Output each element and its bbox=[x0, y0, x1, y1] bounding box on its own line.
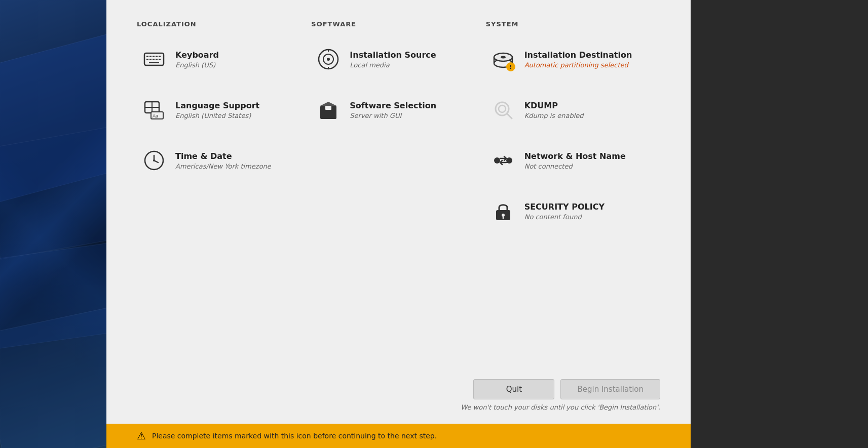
language-support-subtitle: English (United States) bbox=[175, 112, 259, 119]
localization-title: LOCALIZATION bbox=[137, 20, 296, 28]
quit-button[interactable]: Quit bbox=[473, 379, 554, 399]
keyboard-item[interactable]: Keyboard English (US) bbox=[137, 42, 296, 76]
right-panel bbox=[691, 0, 868, 448]
language-support-item[interactable]: Aa Language Support English (United Stat… bbox=[137, 93, 296, 127]
keyboard-subtitle: English (US) bbox=[175, 61, 219, 69]
time-date-subtitle: Americas/New York timezone bbox=[175, 162, 271, 170]
svg-point-37 bbox=[499, 105, 506, 112]
clock-icon bbox=[141, 147, 167, 174]
network-hostname-subtitle: Not connected bbox=[524, 162, 626, 170]
installation-source-title: Installation Source bbox=[350, 50, 436, 60]
kdump-subtitle: Kdump is enabled bbox=[524, 112, 584, 119]
warning-bar-text: Please complete items marked with this i… bbox=[152, 432, 437, 440]
software-section: SOFTWARE Installation Source bbox=[311, 20, 485, 245]
network-hostname-item[interactable]: Network & Host Name Not connected bbox=[486, 143, 645, 178]
svg-rect-1 bbox=[146, 56, 148, 57]
installation-source-item[interactable]: Installation Source Local media bbox=[311, 42, 470, 76]
svg-rect-8 bbox=[153, 59, 155, 60]
svg-point-33 bbox=[501, 56, 506, 59]
software-selection-subtitle: Server with GUI bbox=[350, 112, 436, 119]
security-policy-item[interactable]: SECURITY POLICY No content found bbox=[486, 194, 645, 228]
keyboard-icon bbox=[141, 46, 167, 72]
svg-line-36 bbox=[507, 113, 512, 118]
language-icon: Aa bbox=[141, 97, 167, 123]
system-section: SYSTEM ! bbox=[486, 20, 660, 245]
main-content: LOCALIZATION bbox=[106, 0, 691, 448]
system-title: SYSTEM bbox=[486, 20, 645, 28]
lock-icon bbox=[490, 198, 516, 224]
svg-rect-4 bbox=[156, 56, 158, 57]
localization-section: LOCALIZATION bbox=[137, 20, 311, 245]
svg-rect-6 bbox=[146, 59, 148, 60]
network-icon bbox=[490, 147, 516, 174]
warning-badge-icon: ! bbox=[506, 62, 515, 71]
installation-destination-subtitle: Automatic partitioning selected bbox=[524, 61, 632, 69]
warning-bar: ⚠ Please complete items marked with this… bbox=[106, 424, 691, 448]
package-icon bbox=[315, 97, 342, 123]
security-policy-subtitle: No content found bbox=[524, 213, 605, 221]
kdump-icon bbox=[490, 97, 516, 123]
disk-icon: ! bbox=[490, 46, 516, 72]
svg-rect-3 bbox=[153, 56, 155, 57]
network-hostname-title: Network & Host Name bbox=[524, 151, 626, 161]
warning-bar-icon: ⚠ bbox=[137, 430, 146, 442]
sidebar bbox=[0, 0, 106, 448]
installation-destination-item[interactable]: ! Installation Destination Automatic par… bbox=[486, 42, 645, 76]
disc-icon bbox=[315, 46, 342, 72]
software-selection-item[interactable]: Software Selection Server with GUI bbox=[311, 93, 470, 127]
kdump-item[interactable]: KDUMP Kdump is enabled bbox=[486, 93, 645, 127]
svg-rect-10 bbox=[159, 59, 161, 60]
svg-rect-28 bbox=[325, 106, 331, 110]
svg-point-20 bbox=[153, 159, 155, 161]
time-date-item[interactable]: Time & Date Americas/New York timezone bbox=[137, 143, 296, 178]
svg-rect-7 bbox=[149, 59, 152, 60]
svg-rect-2 bbox=[149, 56, 152, 57]
footer-area: Quit Begin Installation We won't touch y… bbox=[106, 374, 691, 424]
svg-text:Aa: Aa bbox=[153, 113, 158, 118]
svg-point-39 bbox=[506, 157, 512, 164]
installation-source-subtitle: Local media bbox=[350, 61, 436, 69]
begin-installation-button[interactable]: Begin Installation bbox=[560, 379, 660, 399]
svg-point-38 bbox=[494, 157, 500, 164]
software-title: SOFTWARE bbox=[311, 20, 470, 28]
svg-rect-5 bbox=[159, 56, 161, 57]
security-policy-title: SECURITY POLICY bbox=[524, 202, 605, 212]
svg-point-43 bbox=[502, 214, 505, 217]
footer-note: We won't touch your disks until you clic… bbox=[461, 403, 660, 411]
svg-marker-27 bbox=[320, 102, 336, 106]
svg-rect-11 bbox=[149, 62, 159, 63]
time-date-title: Time & Date bbox=[175, 151, 271, 161]
kdump-title: KDUMP bbox=[524, 101, 584, 110]
keyboard-title: Keyboard bbox=[175, 50, 219, 60]
installation-destination-title: Installation Destination bbox=[524, 50, 632, 60]
svg-point-23 bbox=[327, 58, 330, 61]
svg-rect-9 bbox=[156, 59, 158, 60]
language-support-title: Language Support bbox=[175, 101, 259, 110]
software-selection-title: Software Selection bbox=[350, 101, 436, 110]
